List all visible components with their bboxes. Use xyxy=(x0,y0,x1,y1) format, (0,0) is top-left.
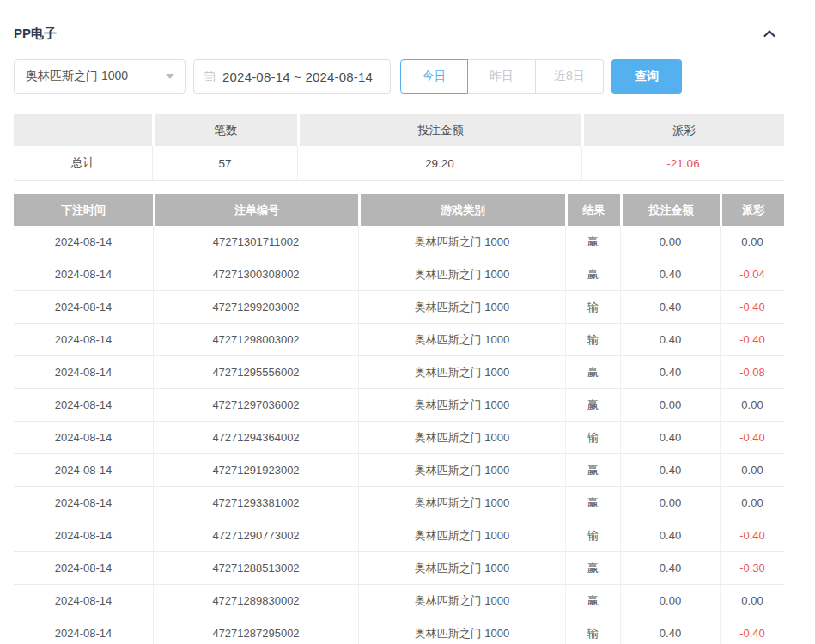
game-category-cell: 奥林匹斯之门 1000 xyxy=(358,454,565,487)
search-button[interactable]: 查询 xyxy=(611,59,682,94)
game-category-cell: 奥林匹斯之门 1000 xyxy=(358,258,565,291)
bet-amount-cell: 0.00 xyxy=(620,487,720,519)
payout-cell: 0.00 xyxy=(720,389,784,422)
result-cell: 输 xyxy=(565,519,620,552)
order-number-cell: 47271300308002 xyxy=(153,258,358,291)
quick-date-button-today[interactable]: 今日 xyxy=(400,59,468,94)
top-dashed-divider xyxy=(14,9,784,9)
payout-cell: -0.08 xyxy=(720,356,784,389)
result-cell: 输 xyxy=(565,617,620,644)
detail-header-cell: 注单编号 xyxy=(153,194,358,226)
section-title: PP电子 xyxy=(14,26,57,42)
summary-header-cell: 派彩 xyxy=(581,114,784,146)
summary-table-header-row: 笔数投注金额派彩 xyxy=(14,114,784,146)
bet-amount-cell: 0.00 xyxy=(620,585,720,617)
chevron-down-icon xyxy=(166,74,174,79)
detail-table-row: 2024-08-1447271300308002奥林匹斯之门 1000赢0.40… xyxy=(14,258,784,291)
bet-time-cell: 2024-08-14 xyxy=(14,291,153,324)
order-number-cell: 47271301711002 xyxy=(153,226,358,258)
summary-table-total-row: 总计5729.20-21.06 xyxy=(14,146,784,181)
result-cell: 赢 xyxy=(565,258,620,291)
order-number-cell: 47271298003002 xyxy=(153,324,358,356)
payout-cell: 0.00 xyxy=(720,487,784,519)
game-category-cell: 奥林匹斯之门 1000 xyxy=(358,389,565,422)
date-range-value: 2024-08-14 ~ 2024-08-14 xyxy=(222,70,373,84)
order-number-cell: 47271299203002 xyxy=(153,291,358,324)
game-category-cell: 奥林匹斯之门 1000 xyxy=(358,356,565,389)
detail-header-cell: 结果 xyxy=(565,194,620,226)
order-number-cell: 47271288513002 xyxy=(153,552,358,585)
result-cell: 赢 xyxy=(565,389,620,422)
game-category-cell: 奥林匹斯之门 1000 xyxy=(358,324,565,356)
quick-date-button-last8days[interactable]: 近8日 xyxy=(536,59,604,94)
betting-records-panel: PP电子 奥林匹斯之门 1000 2024-08-14 ~ 2024-08-14… xyxy=(0,9,815,644)
order-number-cell: 47271291923002 xyxy=(153,454,358,487)
summary-total-payout: -21.06 xyxy=(581,146,784,181)
bet-amount-cell: 0.00 xyxy=(620,389,720,422)
section-header: PP电子 xyxy=(14,25,784,42)
game-category-cell: 奥林匹斯之门 1000 xyxy=(358,617,565,644)
bet-time-cell: 2024-08-14 xyxy=(14,324,153,356)
calendar-icon xyxy=(203,70,216,83)
game-category-cell: 奥林匹斯之门 1000 xyxy=(358,519,565,552)
detail-header-cell: 投注金额 xyxy=(620,194,720,226)
payout-cell: -0.40 xyxy=(720,291,784,324)
result-cell: 赢 xyxy=(565,226,620,258)
detail-header-cell: 游戏类别 xyxy=(358,194,565,226)
detail-table-row: 2024-08-1447271301711002奥林匹斯之门 1000赢0.00… xyxy=(14,226,784,258)
bet-time-cell: 2024-08-14 xyxy=(14,356,153,389)
result-cell: 输 xyxy=(565,422,620,454)
bet-time-cell: 2024-08-14 xyxy=(14,258,153,291)
detail-table-body: 2024-08-1447271301711002奥林匹斯之门 1000赢0.00… xyxy=(14,226,784,644)
game-category-cell: 奥林匹斯之门 1000 xyxy=(358,226,565,258)
bet-time-cell: 2024-08-14 xyxy=(14,487,153,519)
game-category-cell: 奥林匹斯之门 1000 xyxy=(358,585,565,617)
order-number-cell: 47271294364002 xyxy=(153,422,358,454)
detail-table-row: 2024-08-1447271294364002奥林匹斯之门 1000输0.40… xyxy=(14,422,784,454)
bet-amount-cell: 0.40 xyxy=(620,422,720,454)
date-range-input[interactable]: 2024-08-14 ~ 2024-08-14 xyxy=(193,59,391,94)
game-category-cell: 奥林匹斯之门 1000 xyxy=(358,291,565,324)
chevron-up-icon xyxy=(761,25,778,42)
order-number-cell: 47271295556002 xyxy=(153,356,358,389)
bet-amount-cell: 0.40 xyxy=(620,324,720,356)
detail-table-row: 2024-08-1447271290773002奥林匹斯之门 1000输0.40… xyxy=(14,519,784,552)
summary-header-cell: 笔数 xyxy=(152,114,297,146)
quick-date-button-yesterday[interactable]: 昨日 xyxy=(468,59,536,94)
payout-cell: -0.40 xyxy=(720,324,784,356)
payout-cell: -0.40 xyxy=(720,519,784,552)
game-category-cell: 奥林匹斯之门 1000 xyxy=(358,552,565,585)
payout-cell: -0.40 xyxy=(720,422,784,454)
summary-total-bet-amount: 29.20 xyxy=(297,146,581,181)
detail-table-row: 2024-08-1447271291923002奥林匹斯之门 1000赢0.40… xyxy=(14,454,784,487)
result-cell: 输 xyxy=(565,291,620,324)
payout-cell: 0.00 xyxy=(720,226,784,258)
quick-date-button-group: 今日昨日近8日 xyxy=(400,59,604,94)
order-number-cell: 47271289830002 xyxy=(153,585,358,617)
bet-time-cell: 2024-08-14 xyxy=(14,552,153,585)
detail-table-row: 2024-08-1447271299203002奥林匹斯之门 1000输0.40… xyxy=(14,291,784,324)
summary-total-count: 57 xyxy=(152,146,297,181)
bet-amount-cell: 0.40 xyxy=(620,454,720,487)
order-number-cell: 47271297036002 xyxy=(153,389,358,422)
bet-amount-cell: 0.40 xyxy=(620,291,720,324)
bet-time-cell: 2024-08-14 xyxy=(14,389,153,422)
result-cell: 输 xyxy=(565,324,620,356)
bet-amount-cell: 0.40 xyxy=(620,552,720,585)
summary-header-cell xyxy=(14,114,152,146)
result-cell: 赢 xyxy=(565,552,620,585)
bet-time-cell: 2024-08-14 xyxy=(14,519,153,552)
game-category-cell: 奥林匹斯之门 1000 xyxy=(358,422,565,454)
bet-amount-cell: 0.40 xyxy=(620,258,720,291)
bet-time-cell: 2024-08-14 xyxy=(14,585,153,617)
filter-toolbar: 奥林匹斯之门 1000 2024-08-14 ~ 2024-08-14 今日昨日… xyxy=(14,59,784,94)
bet-time-cell: 2024-08-14 xyxy=(14,617,153,644)
detail-table-row: 2024-08-1447271289830002奥林匹斯之门 1000赢0.00… xyxy=(14,585,784,617)
collapse-section-button[interactable] xyxy=(760,25,779,42)
detail-table-header-row: 下注时间注单编号游戏类别结果投注金额派彩 xyxy=(14,194,784,226)
game-select[interactable]: 奥林匹斯之门 1000 xyxy=(14,59,186,94)
detail-table-row: 2024-08-1447271298003002奥林匹斯之门 1000输0.40… xyxy=(14,324,784,356)
result-cell: 赢 xyxy=(565,585,620,617)
game-category-cell: 奥林匹斯之门 1000 xyxy=(358,487,565,519)
detail-table-row: 2024-08-1447271295556002奥林匹斯之门 1000赢0.40… xyxy=(14,356,784,389)
